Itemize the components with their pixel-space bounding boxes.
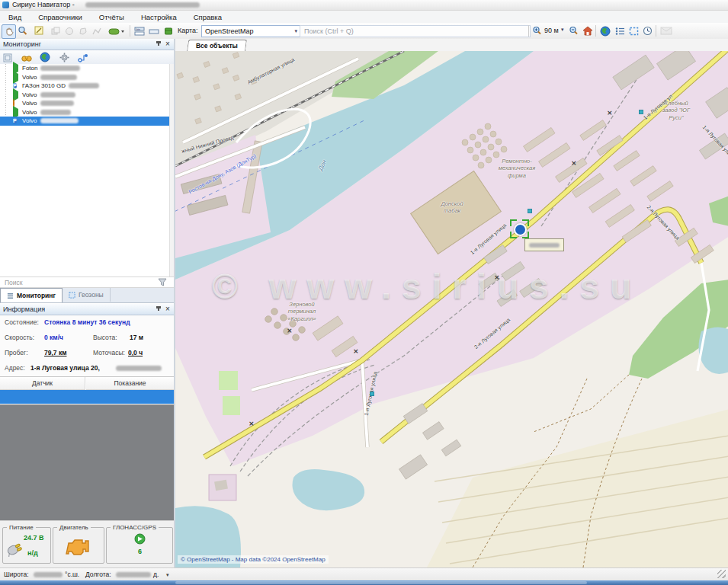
map-view[interactable]: ×××××× Амбулаторная улица жный Нижний Пр… <box>175 51 728 567</box>
polyline-tool-button[interactable] <box>90 24 103 37</box>
map-tab-all-objects[interactable]: Все объекты <box>187 40 247 52</box>
hours-value[interactable]: 0,0 ч <box>128 349 143 356</box>
engine-gauge-label: Двигатель <box>57 524 91 531</box>
panel-wide-button[interactable] <box>147 24 160 37</box>
close-icon[interactable]: × <box>163 304 172 315</box>
home-view-button[interactable] <box>581 24 594 37</box>
globe-icon <box>600 26 611 37</box>
vehicle-row-selected[interactable]: P Volvo <box>0 117 169 126</box>
gps-satellites-value: 6 <box>138 548 142 555</box>
tab-monitoring[interactable]: Мониторинг <box>0 288 63 302</box>
menu-nastroyka[interactable]: Настройка <box>133 13 185 21</box>
pin-icon[interactable] <box>155 306 162 314</box>
menu-vid[interactable]: Вид <box>0 13 30 21</box>
zoom-scale-value[interactable]: 90 м <box>544 27 559 34</box>
close-icon[interactable]: × <box>163 39 172 50</box>
bus-stop-icon <box>370 392 374 396</box>
find-vehicle-button[interactable] <box>21 52 32 62</box>
map-provider-combo[interactable]: OpenStreetMap ▾ <box>201 25 300 37</box>
menu-spravochniki[interactable]: Справочники <box>30 13 91 21</box>
vehicle-name: Volvo <box>22 117 37 124</box>
monitoring-tab-icon <box>7 292 14 299</box>
mileage-value[interactable]: 79,7 км <box>44 349 66 356</box>
status-moving-icon <box>13 109 20 116</box>
message-button[interactable] <box>659 24 674 37</box>
zoom-out-button[interactable] <box>567 24 580 37</box>
settings-button[interactable] <box>59 52 70 62</box>
layers-icon <box>51 27 60 36</box>
vehicle-row[interactable]: Volvo <box>0 99 169 108</box>
zoom-tool-button[interactable] <box>16 24 29 37</box>
select-area-button[interactable] <box>627 24 640 37</box>
vehicle-map-label[interactable] <box>524 238 564 251</box>
svg-text:btn: btn <box>136 27 140 30</box>
vehicle-marker-selected[interactable] <box>510 219 529 238</box>
window-title: Сириус Навигатор - <box>12 0 75 10</box>
status-moving-icon <box>13 74 20 81</box>
engine-gauge: Двигатель <box>53 527 104 564</box>
zoom-in-button[interactable] <box>531 24 544 37</box>
panel-layout-button[interactable]: btn <box>133 24 146 37</box>
expand-all-button[interactable] <box>3 52 14 62</box>
global-search-input[interactable]: Поиск (Ctrl + Q) <box>300 25 531 37</box>
gps-gauge-label: ГЛОНАСС/GPS <box>111 524 159 531</box>
status-parked-icon: P <box>13 117 20 124</box>
vehicle-row[interactable]: P ГАЗон 3010 GD <box>0 82 169 91</box>
coords-caret-icon[interactable]: ▾ <box>166 568 169 581</box>
show-on-map-button[interactable] <box>40 52 50 62</box>
address-label: Адрес: <box>5 364 25 372</box>
group-tool-button[interactable] <box>49 24 62 37</box>
vehicle-row[interactable]: Volvo <box>0 91 169 100</box>
edit-note-button[interactable] <box>33 24 46 37</box>
value-col-header[interactable]: Показание <box>86 377 174 390</box>
gps-globe-icon <box>134 533 146 545</box>
vehicle-row[interactable]: Volvo <box>0 108 169 117</box>
polygon-tool-button[interactable] <box>76 24 89 37</box>
sensor-col-header[interactable]: Датчик <box>0 377 85 390</box>
history-time-button[interactable] <box>641 24 654 37</box>
plug-icon <box>5 539 24 557</box>
pin-icon[interactable] <box>155 41 162 49</box>
sensor-row-selected[interactable]: Топливо 3812 л; t°: 5 °C <box>0 390 174 404</box>
menu-spravka[interactable]: Справка <box>185 13 230 21</box>
route-button[interactable] <box>78 52 88 62</box>
plate-redacted <box>40 75 77 80</box>
cargo-button[interactable] <box>162 24 175 37</box>
vehicle-row[interactable]: Volvo <box>0 73 169 82</box>
map-combo-label: Карта: <box>178 27 198 34</box>
sensor-chart-empty-area <box>0 404 174 520</box>
globe-green-icon <box>40 52 50 62</box>
longitude-redacted <box>116 572 151 577</box>
vehicle-row[interactable]: Foton <box>0 64 169 73</box>
route-icon <box>78 53 88 62</box>
status-moving-icon <box>13 91 20 98</box>
longitude-suffix: д. <box>153 568 159 581</box>
track-color-dropdown[interactable] <box>107 24 127 37</box>
global-search-placeholder: Поиск (Ctrl + Q) <box>304 27 354 35</box>
circle-tool-button[interactable] <box>63 24 75 37</box>
svg-text:×: × <box>607 109 613 117</box>
resize-grip[interactable] <box>717 570 726 578</box>
title-bar: Сириус Навигатор - <box>0 0 728 11</box>
pan-tool-button[interactable] <box>2 24 16 39</box>
menu-otchety[interactable]: Отчёты <box>91 13 133 21</box>
svg-text:×: × <box>249 420 255 427</box>
zoom-scale-caret-icon[interactable]: ▾ <box>561 27 564 33</box>
info-panel-title: Информация <box>3 305 45 313</box>
longitude-label: Долгота: <box>85 568 111 581</box>
bus-stop-icon <box>639 110 643 114</box>
circle-icon <box>65 27 74 36</box>
tab-geozones[interactable]: Геозоны <box>63 288 111 302</box>
filter-button[interactable] <box>158 278 170 287</box>
map-objects-button[interactable] <box>598 24 611 37</box>
vehicle-name: Volvo <box>22 74 37 81</box>
vehicle-tree: Foton Volvo P ГАЗон 3010 GD Volvo Volvo … <box>0 64 169 277</box>
home-icon <box>582 26 593 36</box>
legend-button[interactable] <box>614 24 627 37</box>
vehicle-search-input[interactable]: Поиск <box>0 277 174 288</box>
tab-monitoring-label: Мониторинг <box>17 292 56 299</box>
latitude-redacted <box>34 572 63 577</box>
speed-value: 0 км/ч <box>44 334 63 341</box>
hand-icon <box>5 27 14 37</box>
info-panel-header: Информация × <box>0 304 174 315</box>
